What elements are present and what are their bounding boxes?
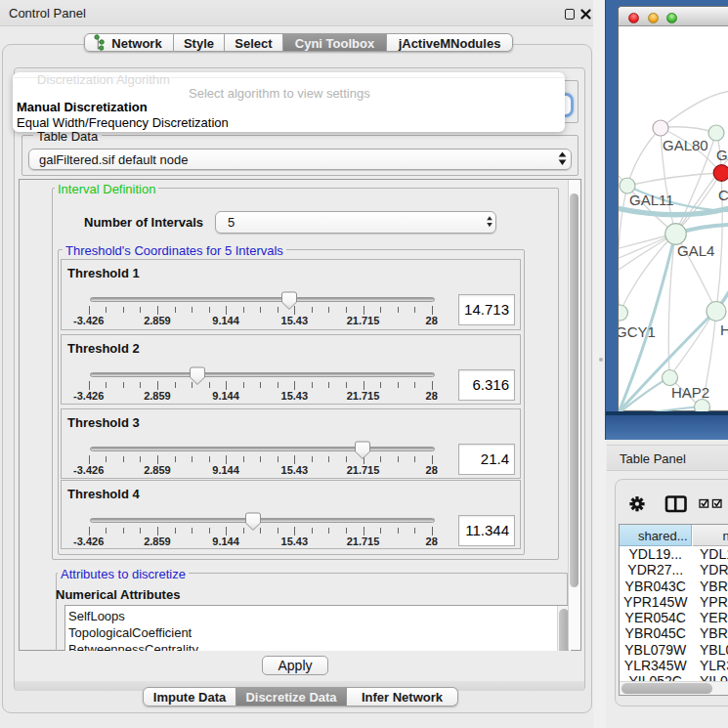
svg-text:GAL11: GAL11 xyxy=(629,192,674,208)
svg-text:GAL2: GAL2 xyxy=(716,147,728,163)
svg-text:GAL4: GAL4 xyxy=(677,242,714,259)
svg-text:GAL80: GAL80 xyxy=(663,137,708,153)
svg-text:HAP2: HAP2 xyxy=(671,384,709,401)
svg-text:CDC1: CDC1 xyxy=(718,187,728,203)
svg-text:GCY1: GCY1 xyxy=(619,323,656,340)
svg-text:HIS7: HIS7 xyxy=(720,321,728,338)
